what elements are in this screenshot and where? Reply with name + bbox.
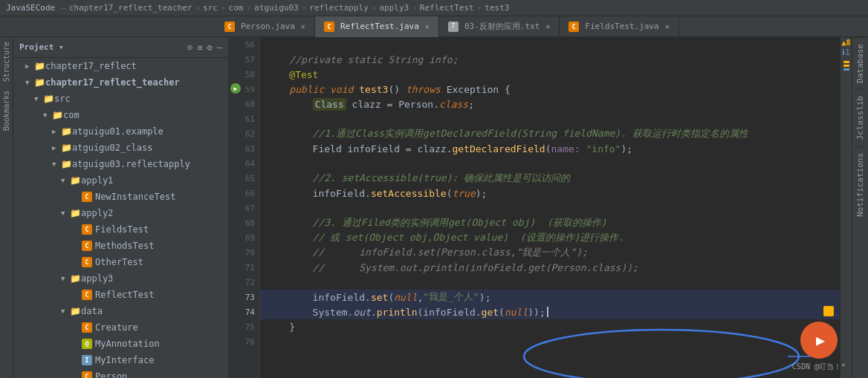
code-container: 56 57 58 59 ▶ 60 61 62 63 64 65 66 67 68…	[229, 37, 840, 378]
tree-label: MethodsTest	[95, 241, 154, 251]
tab-03txt[interactable]: T 03-反射的应用.txt ✕	[439, 16, 560, 37]
tree-fieldstest[interactable]: ▶ C FieldsTest	[13, 221, 228, 238]
tree-methodstest[interactable]: ▶ C MethodsTest	[13, 238, 228, 254]
tree-label: MyAnnotation	[95, 339, 160, 349]
java-c-icon: C	[82, 192, 92, 202]
tree-chapter17-reflect-teacher[interactable]: ▼ 📁 chapter17_reflect_teacher	[13, 74, 228, 91]
tree-src[interactable]: ▼ 📁 src	[13, 91, 228, 107]
tree-atguigu03[interactable]: ▼ 📁 atguigu03.reflectapply	[13, 156, 228, 172]
database-tab[interactable]: Database	[854, 37, 867, 89]
tab-reflecttest-java[interactable]: C ReflectTest.java ✕	[315, 16, 439, 37]
line-num-63: 63	[229, 141, 259, 156]
tab-bar: C Person.java ✕ C ReflectTest.java ✕ T 0…	[0, 16, 868, 37]
line-num-56: 56	[229, 37, 259, 52]
sidebar-title: Project ▾	[19, 42, 64, 52]
folder-icon: 📁	[70, 175, 81, 186]
tree-atguigu01[interactable]: ▶ 📁 atguigu01.example	[13, 123, 228, 140]
bc8: test3	[485, 3, 509, 13]
line-num-70: 70	[229, 245, 259, 260]
code-line-62: //1.通过Class实例调用getDeclaredField(String f…	[260, 126, 840, 141]
tree-com[interactable]: ▼ 📁 com	[13, 107, 228, 123]
tree-apply2[interactable]: ▼ 📁 apply2	[13, 205, 228, 221]
error-stripe-2	[843, 65, 849, 67]
structure-tab[interactable]: Structure	[1, 37, 12, 86]
tab-close[interactable]: ✕	[425, 22, 430, 30]
line-num-59: 59 ▶	[229, 82, 259, 97]
tree-reflecttest[interactable]: ▶ C ReflectTest	[13, 287, 228, 303]
tree-myinterface[interactable]: ▶ I MyInterface	[13, 352, 228, 368]
tree-label: apply1	[81, 175, 113, 186]
folder-icon: 📁	[34, 77, 45, 88]
sidebar-icons: ⊙ ≡ ⚙ –	[187, 42, 222, 53]
tree-label: src	[54, 94, 71, 104]
code-line-59: public void test3 () throws Exception {	[260, 82, 840, 97]
code-line-76	[260, 334, 840, 349]
code-line-72	[260, 275, 840, 290]
line-num-76: 76	[229, 334, 259, 349]
tree-creature[interactable]: ▶ C Creature	[13, 319, 228, 336]
tab-label: FieldsTest.java	[585, 22, 658, 31]
editor-area: 56 57 58 59 ▶ 60 61 62 63 64 65 66 67 68…	[229, 37, 840, 378]
tab-fieldstest-java[interactable]: C FieldsTest.java ✕	[560, 16, 678, 37]
tree-arrow: ▶	[52, 144, 61, 151]
warning-count: ▲8	[841, 39, 850, 47]
java-icon: C	[324, 22, 334, 32]
tab-close[interactable]: ✕	[545, 22, 550, 30]
tree-chapter17-reflect[interactable]: ▶ 📁 chapter17_reflect	[13, 58, 228, 74]
code-line-65: //2. setAccessible(true): 确保此属性是可以访问的	[260, 171, 840, 186]
tree-label: ReflectTest	[95, 290, 154, 300]
java-c-icon: C	[82, 322, 92, 333]
csdn-play-button[interactable]: ▶	[800, 322, 838, 359]
tab-close[interactable]: ✕	[665, 22, 670, 30]
tree-othertest[interactable]: ▶ C OtherTest	[13, 254, 228, 270]
breadcrumb-separator: –	[61, 3, 66, 13]
tree-label: Person	[95, 371, 127, 378]
sort-icon[interactable]: ≡	[197, 42, 202, 53]
settings-icon[interactable]: ⚙	[207, 42, 213, 53]
tree-arrow: ▼	[61, 209, 70, 217]
tree-apply3[interactable]: ▼ 📁 apply3	[13, 270, 228, 287]
sync-icon[interactable]: ⊙	[187, 42, 192, 53]
tree-arrow: ▶	[52, 128, 61, 135]
jclasslib-tab[interactable]: Jclasslib	[854, 89, 867, 146]
minimize-icon[interactable]: –	[217, 42, 222, 53]
line-num-74: 74	[229, 304, 259, 319]
far-right-panel: Database Jclasslib Notifications	[852, 37, 868, 378]
tree-label: apply3	[81, 273, 113, 284]
tab-close[interactable]: ✕	[301, 22, 305, 30]
java-a-icon: @	[82, 339, 92, 349]
csdn-widget: ▶ CSDN @叮当！*	[792, 322, 846, 372]
tree-label: OtherTest	[95, 257, 143, 267]
breadcrumb: chapter17_reflect_teacher › src › com › …	[69, 3, 510, 13]
line-num-61: 61	[229, 111, 259, 126]
line-num-65: 65	[229, 171, 259, 186]
code-line-58: @Test	[260, 67, 840, 82]
tree-data[interactable]: ▼ 📁 data	[13, 303, 228, 319]
tree-person[interactable]: ▶ C Person	[13, 368, 228, 378]
tree-label: apply2	[81, 208, 113, 218]
tree-newinstancetest[interactable]: ▶ C NewInstanceTest	[13, 189, 228, 205]
folder-icon: 📁	[43, 94, 54, 104]
bookmarks-tab[interactable]: Bookmarks	[1, 86, 12, 135]
code-line-70: // infoField.set(Person.class,"我是一个人");	[260, 245, 840, 260]
java-i-icon: I	[82, 355, 92, 365]
tree-atguigu02[interactable]: ▶ 📁 atguigu02_class	[13, 140, 228, 156]
line-num-64: 64	[229, 156, 259, 171]
text-cursor	[547, 307, 548, 317]
tree-label: data	[81, 306, 103, 316]
code-lines[interactable]: //private static String info; @Test publ…	[260, 37, 840, 378]
notifications-tab[interactable]: Notifications	[854, 146, 867, 223]
tree-label: FieldsTest	[95, 224, 149, 235]
tree-apply1[interactable]: ▼ 📁 apply1	[13, 172, 228, 189]
tree-label: Creature	[95, 322, 138, 333]
tab-person-java[interactable]: C Person.java ✕	[216, 16, 315, 37]
line-num-69: 69	[229, 230, 259, 245]
info-count: ℹ1	[842, 48, 849, 56]
project-sidebar: Project ▾ ⊙ ≡ ⚙ – ▶ 📁 chapter17_reflect …	[13, 37, 229, 378]
code-line-68: //3. 通过Filed类的实例调用get(Object obj) (获取的操作…	[260, 215, 840, 230]
folder-icon: 📁	[61, 143, 72, 153]
line-num-71: 71	[229, 260, 259, 275]
bc1: chapter17_reflect_teacher	[69, 3, 192, 13]
code-line-57: //private static String info;	[260, 52, 840, 67]
tree-myannotation[interactable]: ▶ @ MyAnnotation	[13, 336, 228, 352]
